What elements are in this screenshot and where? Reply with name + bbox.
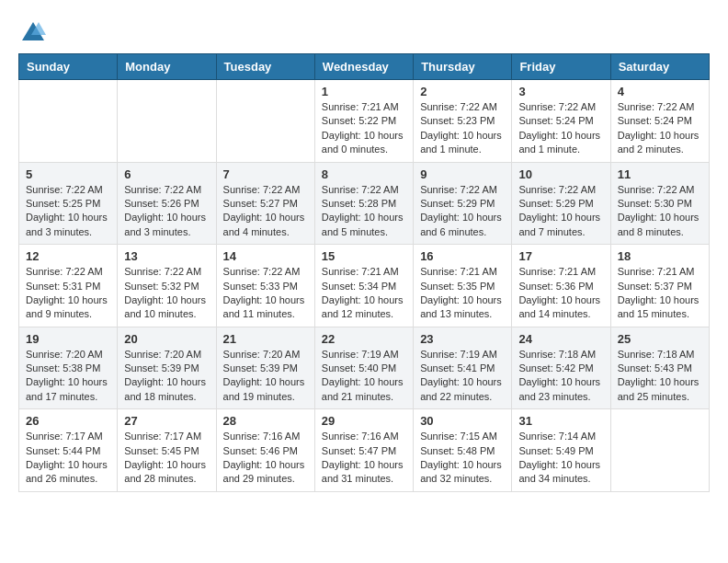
cell-content: Sunrise: 7:19 AM Sunset: 5:41 PM Dayligh… bbox=[420, 348, 505, 405]
day-number: 8 bbox=[322, 167, 406, 181]
cell-content: Sunrise: 7:22 AM Sunset: 5:26 PM Dayligh… bbox=[124, 183, 209, 240]
day-of-week-header: Saturday bbox=[610, 54, 709, 80]
day-number: 3 bbox=[518, 85, 603, 98]
day-number: 16 bbox=[420, 249, 505, 263]
calendar-cell: 11Sunrise: 7:22 AM Sunset: 5:30 PM Dayli… bbox=[610, 162, 709, 245]
day-number: 23 bbox=[420, 332, 505, 346]
cell-content: Sunrise: 7:22 AM Sunset: 5:24 PM Dayligh… bbox=[518, 100, 603, 157]
cell-content: Sunrise: 7:22 AM Sunset: 5:31 PM Dayligh… bbox=[26, 265, 110, 322]
cell-content: Sunrise: 7:16 AM Sunset: 5:46 PM Dayligh… bbox=[223, 430, 308, 487]
cell-content: Sunrise: 7:17 AM Sunset: 5:44 PM Dayligh… bbox=[26, 430, 110, 487]
calendar-cell: 29Sunrise: 7:16 AM Sunset: 5:47 PM Dayli… bbox=[314, 409, 413, 492]
day-number: 31 bbox=[518, 414, 603, 428]
calendar-cell: 10Sunrise: 7:22 AM Sunset: 5:29 PM Dayli… bbox=[512, 162, 610, 245]
cell-content: Sunrise: 7:18 AM Sunset: 5:42 PM Dayligh… bbox=[518, 348, 603, 405]
day-number: 24 bbox=[518, 332, 603, 346]
day-number: 1 bbox=[322, 85, 406, 98]
cell-content: Sunrise: 7:14 AM Sunset: 5:49 PM Dayligh… bbox=[518, 430, 603, 487]
day-number: 13 bbox=[124, 249, 209, 263]
day-number: 19 bbox=[26, 332, 110, 346]
logo bbox=[18, 18, 46, 44]
cell-content: Sunrise: 7:22 AM Sunset: 5:28 PM Dayligh… bbox=[322, 183, 406, 240]
day-number: 7 bbox=[223, 167, 308, 181]
day-number: 4 bbox=[618, 85, 702, 98]
cell-content: Sunrise: 7:19 AM Sunset: 5:40 PM Dayligh… bbox=[322, 348, 406, 405]
day-number: 28 bbox=[223, 414, 308, 428]
day-number: 21 bbox=[223, 332, 308, 346]
calendar-cell: 22Sunrise: 7:19 AM Sunset: 5:40 PM Dayli… bbox=[314, 327, 413, 409]
calendar-cell: 18Sunrise: 7:21 AM Sunset: 5:37 PM Dayli… bbox=[610, 245, 709, 327]
calendar-cell bbox=[216, 80, 314, 163]
cell-content: Sunrise: 7:22 AM Sunset: 5:24 PM Dayligh… bbox=[618, 100, 702, 157]
calendar-cell: 21Sunrise: 7:20 AM Sunset: 5:39 PM Dayli… bbox=[216, 327, 314, 409]
day-number: 5 bbox=[26, 167, 110, 181]
day-of-week-header: Monday bbox=[118, 54, 216, 80]
day-of-week-header: Tuesday bbox=[216, 54, 314, 80]
calendar-week-row: 19Sunrise: 7:20 AM Sunset: 5:38 PM Dayli… bbox=[19, 327, 710, 409]
cell-content: Sunrise: 7:22 AM Sunset: 5:29 PM Dayligh… bbox=[420, 183, 505, 240]
calendar-cell: 3Sunrise: 7:22 AM Sunset: 5:24 PM Daylig… bbox=[512, 80, 610, 163]
day-of-week-header: Thursday bbox=[414, 54, 512, 80]
calendar-cell: 20Sunrise: 7:20 AM Sunset: 5:39 PM Dayli… bbox=[118, 327, 216, 409]
calendar-cell: 27Sunrise: 7:17 AM Sunset: 5:45 PM Dayli… bbox=[118, 409, 216, 492]
day-number: 26 bbox=[26, 414, 110, 428]
cell-content: Sunrise: 7:18 AM Sunset: 5:43 PM Dayligh… bbox=[618, 348, 702, 405]
calendar-cell: 7Sunrise: 7:22 AM Sunset: 5:27 PM Daylig… bbox=[216, 162, 314, 245]
calendar-week-row: 12Sunrise: 7:22 AM Sunset: 5:31 PM Dayli… bbox=[19, 245, 710, 327]
cell-content: Sunrise: 7:22 AM Sunset: 5:30 PM Dayligh… bbox=[618, 183, 702, 240]
calendar-week-row: 5Sunrise: 7:22 AM Sunset: 5:25 PM Daylig… bbox=[19, 162, 710, 245]
day-number: 6 bbox=[124, 167, 209, 181]
day-number: 12 bbox=[26, 249, 110, 263]
calendar-cell: 2Sunrise: 7:22 AM Sunset: 5:23 PM Daylig… bbox=[414, 80, 512, 163]
cell-content: Sunrise: 7:21 AM Sunset: 5:22 PM Dayligh… bbox=[322, 100, 406, 157]
calendar-cell: 5Sunrise: 7:22 AM Sunset: 5:25 PM Daylig… bbox=[19, 162, 118, 245]
day-number: 25 bbox=[618, 332, 702, 346]
calendar-cell: 26Sunrise: 7:17 AM Sunset: 5:44 PM Dayli… bbox=[19, 409, 118, 492]
cell-content: Sunrise: 7:21 AM Sunset: 5:37 PM Dayligh… bbox=[618, 265, 702, 322]
calendar-cell: 6Sunrise: 7:22 AM Sunset: 5:26 PM Daylig… bbox=[118, 162, 216, 245]
day-number: 9 bbox=[420, 167, 505, 181]
cell-content: Sunrise: 7:22 AM Sunset: 5:25 PM Dayligh… bbox=[26, 183, 110, 240]
calendar-cell: 13Sunrise: 7:22 AM Sunset: 5:32 PM Dayli… bbox=[118, 245, 216, 327]
day-number: 10 bbox=[518, 167, 603, 181]
calendar-cell: 25Sunrise: 7:18 AM Sunset: 5:43 PM Dayli… bbox=[610, 327, 709, 409]
calendar-cell: 24Sunrise: 7:18 AM Sunset: 5:42 PM Dayli… bbox=[512, 327, 610, 409]
day-number: 18 bbox=[618, 249, 702, 263]
calendar-cell: 4Sunrise: 7:22 AM Sunset: 5:24 PM Daylig… bbox=[610, 80, 709, 163]
calendar-cell: 23Sunrise: 7:19 AM Sunset: 5:41 PM Dayli… bbox=[414, 327, 512, 409]
cell-content: Sunrise: 7:21 AM Sunset: 5:36 PM Dayligh… bbox=[518, 265, 603, 322]
calendar-cell: 16Sunrise: 7:21 AM Sunset: 5:35 PM Dayli… bbox=[414, 245, 512, 327]
logo-icon bbox=[20, 18, 46, 44]
day-number: 14 bbox=[223, 249, 308, 263]
cell-content: Sunrise: 7:21 AM Sunset: 5:35 PM Dayligh… bbox=[420, 265, 505, 322]
day-number: 30 bbox=[420, 414, 505, 428]
day-of-week-header: Wednesday bbox=[314, 54, 413, 80]
cell-content: Sunrise: 7:16 AM Sunset: 5:47 PM Dayligh… bbox=[322, 430, 406, 487]
calendar-cell: 17Sunrise: 7:21 AM Sunset: 5:36 PM Dayli… bbox=[512, 245, 610, 327]
calendar-cell: 15Sunrise: 7:21 AM Sunset: 5:34 PM Dayli… bbox=[314, 245, 413, 327]
cell-content: Sunrise: 7:22 AM Sunset: 5:23 PM Dayligh… bbox=[420, 100, 505, 157]
cell-content: Sunrise: 7:22 AM Sunset: 5:29 PM Dayligh… bbox=[518, 183, 603, 240]
day-of-week-header: Sunday bbox=[19, 54, 118, 80]
day-number: 11 bbox=[618, 167, 702, 181]
cell-content: Sunrise: 7:20 AM Sunset: 5:39 PM Dayligh… bbox=[223, 348, 308, 405]
day-number: 22 bbox=[322, 332, 406, 346]
calendar-cell: 1Sunrise: 7:21 AM Sunset: 5:22 PM Daylig… bbox=[314, 80, 413, 163]
cell-content: Sunrise: 7:17 AM Sunset: 5:45 PM Dayligh… bbox=[124, 430, 209, 487]
calendar-cell: 8Sunrise: 7:22 AM Sunset: 5:28 PM Daylig… bbox=[314, 162, 413, 245]
cell-content: Sunrise: 7:15 AM Sunset: 5:48 PM Dayligh… bbox=[420, 430, 505, 487]
calendar-header-row: SundayMondayTuesdayWednesdayThursdayFrid… bbox=[19, 54, 710, 80]
calendar-cell bbox=[610, 409, 709, 492]
cell-content: Sunrise: 7:22 AM Sunset: 5:32 PM Dayligh… bbox=[124, 265, 209, 322]
cell-content: Sunrise: 7:22 AM Sunset: 5:27 PM Dayligh… bbox=[223, 183, 308, 240]
calendar-week-row: 26Sunrise: 7:17 AM Sunset: 5:44 PM Dayli… bbox=[19, 409, 710, 492]
calendar-cell: 12Sunrise: 7:22 AM Sunset: 5:31 PM Dayli… bbox=[19, 245, 118, 327]
day-number: 27 bbox=[124, 414, 209, 428]
day-number: 2 bbox=[420, 85, 505, 98]
calendar-cell bbox=[118, 80, 216, 163]
day-number: 20 bbox=[124, 332, 209, 346]
calendar-cell: 28Sunrise: 7:16 AM Sunset: 5:46 PM Dayli… bbox=[216, 409, 314, 492]
calendar-week-row: 1Sunrise: 7:21 AM Sunset: 5:22 PM Daylig… bbox=[19, 80, 710, 163]
calendar-cell bbox=[19, 80, 118, 163]
calendar-cell: 31Sunrise: 7:14 AM Sunset: 5:49 PM Dayli… bbox=[512, 409, 610, 492]
